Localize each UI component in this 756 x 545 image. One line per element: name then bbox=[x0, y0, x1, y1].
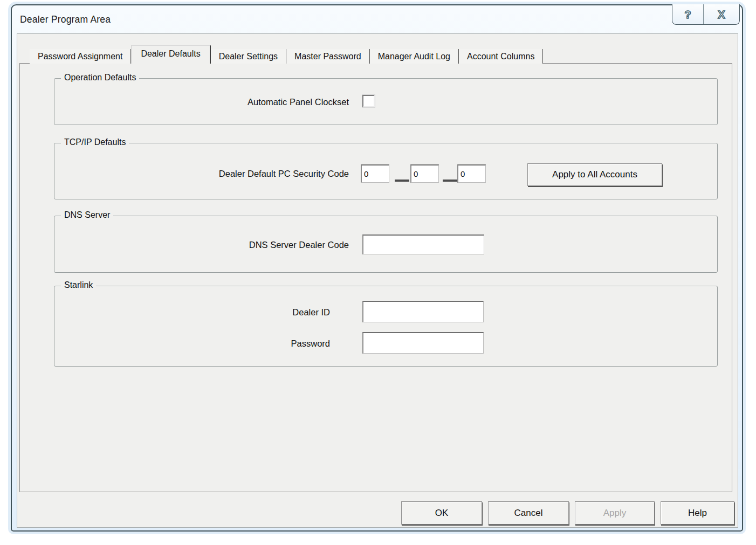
tab-account-columns[interactable]: Account Columns bbox=[459, 49, 543, 64]
cancel-button[interactable]: Cancel bbox=[488, 501, 569, 525]
code-separator-underscore bbox=[443, 180, 457, 182]
apply-to-all-accounts-button[interactable]: Apply to All Accounts bbox=[527, 163, 662, 186]
help-button[interactable]: Help bbox=[661, 501, 734, 525]
group-tcpip-defaults: TCP/IP Defaults Dealer Default PC Securi… bbox=[54, 143, 718, 199]
caption-buttons: ? X bbox=[672, 4, 740, 25]
group-starlink: Starlink Dealer ID Password bbox=[54, 286, 718, 367]
apply-button: Apply bbox=[575, 501, 655, 525]
dealer-id-label: Dealer ID bbox=[54, 306, 330, 318]
group-title-tcpip-defaults: TCP/IP Defaults bbox=[61, 137, 129, 147]
starlink-password-label: Password bbox=[54, 337, 330, 349]
starlink-password-input[interactable] bbox=[362, 332, 484, 354]
tab-page-dealer-defaults: Operation Defaults Automatic Panel Clock… bbox=[19, 63, 732, 492]
security-code-input-1[interactable] bbox=[361, 164, 389, 183]
automatic-panel-clockset-checkbox[interactable] bbox=[362, 95, 375, 107]
close-icon: X bbox=[718, 9, 725, 20]
dns-server-dealer-code-input[interactable] bbox=[362, 234, 484, 254]
tab-password-assignment[interactable]: Password Assignment bbox=[30, 49, 131, 64]
titlebar-close-button[interactable]: X bbox=[704, 4, 739, 24]
group-dns-server: DNS Server DNS Server Dealer Code bbox=[54, 216, 718, 273]
security-code-input-3[interactable] bbox=[457, 164, 486, 183]
help-icon: ? bbox=[684, 9, 691, 20]
tab-dealer-settings[interactable]: Dealer Settings bbox=[211, 49, 286, 64]
dialog-client-area: Password Assignment Dealer Defaults Deal… bbox=[17, 33, 738, 528]
code-separator-underscore bbox=[395, 180, 409, 182]
tab-strip: Password Assignment Dealer Defaults Deal… bbox=[30, 45, 543, 64]
tab-dealer-defaults[interactable]: Dealer Defaults bbox=[131, 45, 210, 64]
dealer-program-area-dialog: Dealer Program Area ? X Password Assignm… bbox=[11, 4, 743, 532]
group-title-operation-defaults: Operation Defaults bbox=[61, 73, 139, 82]
dns-server-dealer-code-label: DNS Server Dealer Code bbox=[54, 239, 349, 251]
window-title: Dealer Program Area bbox=[20, 14, 111, 25]
group-operation-defaults: Operation Defaults Automatic Panel Clock… bbox=[54, 78, 718, 125]
dealer-default-pc-security-code-label: Dealer Default PC Security Code bbox=[54, 168, 349, 180]
automatic-panel-clockset-label: Automatic Panel Clockset bbox=[54, 96, 349, 108]
group-title-starlink: Starlink bbox=[61, 280, 96, 290]
ok-button[interactable]: OK bbox=[401, 501, 482, 525]
titlebar[interactable]: Dealer Program Area bbox=[12, 5, 742, 33]
tab-manager-audit-log[interactable]: Manager Audit Log bbox=[370, 49, 459, 64]
group-title-dns-server: DNS Server bbox=[61, 210, 113, 220]
security-code-input-2[interactable] bbox=[410, 164, 439, 183]
tab-master-password[interactable]: Master Password bbox=[286, 49, 370, 64]
titlebar-help-button[interactable]: ? bbox=[672, 4, 704, 24]
dealer-id-input[interactable] bbox=[362, 301, 484, 322]
